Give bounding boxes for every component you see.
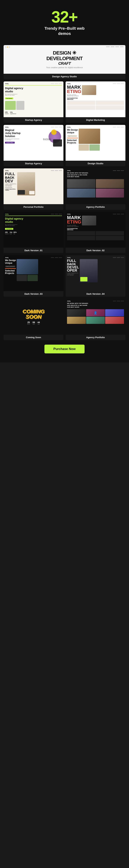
person-image (17, 172, 35, 195)
demo-label-personal-portfolio: Personal Portfolio (4, 204, 63, 210)
nav-item (59, 127, 62, 127)
ap2-content: WE WORK WITH TOP BRANDSAND INDUSTRY & WE… (67, 303, 124, 324)
dot1 (5, 46, 6, 48)
img-placeholder (5, 101, 16, 110)
header-number: 32+ (4, 9, 125, 25)
nav-item (113, 83, 116, 84)
dark-mark-title: MARKETING (67, 216, 81, 224)
portfolio-main: WE WORK WITH TOP BRANDSAND INDUSTRY & WE… (67, 172, 124, 197)
agency-portfolio1-preview: Jutiq WE WORK WITH TOP BRANDSAND INDUSTR… (66, 168, 125, 204)
nav-item (59, 83, 62, 84)
hours-counter: 08 HRS (33, 321, 35, 325)
ap2-img (67, 309, 86, 316)
colorful-content: MagicalJutiq StartupSolution We provide … (5, 129, 62, 154)
agency-content: DESIGN ✳ DEVELOPMENT CRAFT (46, 50, 83, 66)
dark-v04-preview: Jutiq FULLBACKDEVELOPER I CRAFT WONDERFU… (66, 255, 125, 291)
demo-label-dark-v01: Dark Version .01 (4, 248, 63, 253)
brand-logo: Jutiq (67, 126, 71, 128)
dark-services: OUR MARKETINGSERVICES (67, 228, 124, 240)
demo-card-design-agency-studio[interactable]: DESIGN ✳ DEVELOPMENT CRAFT Your creative… (4, 45, 125, 79)
mockup-nav (113, 170, 124, 171)
stat-item: 98%sat (14, 231, 17, 235)
project-image (79, 129, 100, 144)
brand-logo: Jutiq (67, 257, 71, 258)
nav-item (111, 46, 114, 47)
fullstack-title: FULLBACKDEV (5, 172, 17, 183)
demo-label-marketing: Digital Marketing (66, 117, 125, 123)
right-col (80, 259, 98, 282)
mins-num: 44 (37, 321, 40, 324)
demo-card-dark-v04[interactable]: Jutiq FULLBACKDEVELOPER I CRAFT WONDERFU… (66, 255, 125, 297)
hero-row: We DesignUnique Digital Experience Selec… (67, 129, 124, 151)
hours-num: 08 (33, 321, 35, 324)
dark3-content: We DesignUnique Digital Experience Selec… (5, 259, 62, 281)
cta-btn: Explore More (5, 142, 15, 144)
dark3-badge: Digital Experience (5, 266, 16, 267)
mockup-nav (51, 83, 62, 84)
purchase-section: Purchase Now (4, 340, 125, 357)
demo-card-design-studio[interactable]: Jutiq We DesignUnique Digital Experience… (66, 125, 125, 166)
service-item (67, 231, 95, 236)
dark4-content: FULLBACKDEVELOPER I CRAFT WONDERFULTHING… (67, 259, 124, 282)
nav-item (55, 83, 58, 84)
accent-border (5, 85, 62, 86)
nav-item (113, 214, 116, 214)
nav-item (59, 257, 62, 258)
brand-logo: Jutiq (5, 126, 8, 128)
portfolio-grid (67, 179, 124, 197)
img-fill (82, 85, 96, 95)
right-col (17, 172, 35, 195)
demos-grid: DESIGN ✳ DEVELOPMENT CRAFT Your creative… (4, 45, 125, 340)
demo-card-digital-marketing[interactable]: Jutiq MARKETING WE ARE LEADINGMARKETING … (66, 82, 125, 123)
demo-card-dark-v02[interactable]: Jutiq MARKETING WE ARE LEADINGMARKETING … (66, 212, 125, 253)
service-item (67, 236, 95, 240)
dark-stats: 25kclients 10yexp 98%sat (5, 231, 62, 235)
demo-label-dark-v03: Dark Version .03 (4, 291, 63, 297)
dark-agency-sub: We create the universe ofideas for your … (5, 224, 62, 226)
mins-counter: 44 MIN (37, 321, 40, 325)
services-label: OUR MARKETINGSERVICES (67, 228, 124, 230)
left-col: We DesignUnique Digital Experience Selec… (5, 259, 16, 275)
demo-card-personal-portfolio[interactable]: Jutiq FULLBACKDEV I CRAFT WONDERFULTHING… (4, 168, 63, 210)
ap2-img (86, 317, 105, 324)
demo-card-startup-agency-1[interactable]: Jutiq Digital agencystudio We create the… (4, 82, 63, 123)
agency-subtitle: Your creative partner for digital excell… (46, 66, 83, 68)
service-item (96, 236, 124, 240)
nav-item (113, 301, 116, 301)
dark3-title: We DesignUnique (5, 259, 16, 264)
mockup-header-dark: Jutiq (67, 300, 124, 302)
nav-item (115, 46, 119, 47)
book2 (29, 191, 34, 194)
coming-soon-preview: COMINGSOON 25 DAYS : 08 HRS : 44 MIN (4, 299, 63, 335)
dark-marketing-sub: WE ARE LEADINGMARKETING EXPERTS (67, 225, 81, 227)
ap2-text: WE WORK WITH TOP BRANDSAND INDUSTRY & WE… (67, 303, 124, 308)
nav-item (117, 301, 120, 301)
mockup-nav (113, 214, 124, 214)
days-label: DAYS (27, 324, 30, 325)
brand-logo: Jutiq (5, 83, 8, 85)
design-agency-preview: DESIGN ✳ DEVELOPMENT CRAFT Your creative… (4, 45, 125, 74)
demo-label-agency-portfolio2: Agency Portfolio (66, 335, 125, 340)
demo-card-dark-v03[interactable]: Jutiq We DesignUnique Digital Experience… (4, 255, 63, 297)
design-studio-preview: Jutiq We DesignUnique Digital Experience… (66, 125, 125, 161)
demo-card-coming-soon[interactable]: COMINGSOON 25 DAYS : 08 HRS : 44 MIN (4, 299, 63, 340)
dark3-orange-bar (5, 268, 16, 269)
mini-nav (106, 46, 124, 47)
services-grid (67, 231, 124, 240)
days-num: 25 (27, 321, 30, 324)
demo-card-dark-v01[interactable]: Jutiq Digital agencystudio We create the… (4, 212, 63, 253)
dot2 (7, 46, 8, 48)
startup-title: Digital agencystudio (5, 87, 62, 93)
demo-card-agency-portfolio-1[interactable]: Jutiq WE WORK WITH TOP BRANDSAND INDUSTR… (66, 168, 125, 210)
demo-card-agency-portfolio-2[interactable]: Jutiq WE WORK WITH TOP BRANDSAND INDUSTR… (66, 299, 125, 340)
nav-item (59, 214, 62, 214)
nav-item (113, 170, 116, 171)
brand-logo: Jutiq (5, 257, 8, 258)
demo-label-dark-v02: Dark Version .02 (66, 248, 125, 253)
startup2-title: MagicalJutiq StartupSolution (5, 129, 62, 137)
demo-card-startup-agency-2[interactable]: Jutiq MagicalJutiq StartupSolution We pr… (4, 125, 63, 166)
stat-item: 10yexperience (10, 111, 16, 114)
portfolio-img (67, 189, 95, 197)
portfolio-content: FULLBACKDEV I CRAFT WONDERFULTHINGS WITH… (5, 172, 62, 195)
purchase-button[interactable]: Purchase Now (45, 345, 84, 353)
